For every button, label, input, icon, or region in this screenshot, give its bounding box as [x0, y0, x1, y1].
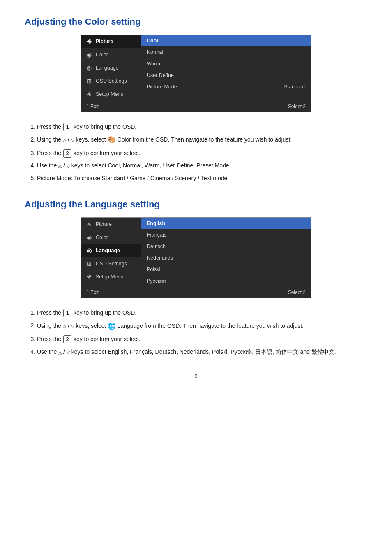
lang-osd-left-item: ◎Language — [81, 244, 141, 257]
color-osd-left-item: ✳Picture — [81, 35, 141, 48]
osd-option-label: Deutsch — [147, 244, 166, 249]
key-2b: 2 — [63, 335, 71, 343]
color-osd-right-item: Cool — [141, 35, 311, 46]
osd-menu-label: Picture — [96, 39, 113, 44]
osd-option-label: Français — [147, 232, 166, 238]
color-osd-left-item: ⊞OSD Settings — [81, 74, 141, 88]
language-instruction-1: Press the 1 key to bring up the OSD. — [37, 308, 367, 317]
color-osd-right-item: Picture ModeStandard — [141, 81, 311, 93]
osd-menu-label: Setup Menu — [96, 274, 123, 280]
color-osd-right-panel: CoolNormalWarmUser DefinePicture ModeSta… — [141, 35, 311, 101]
tri-down-icon3 — [71, 322, 74, 329]
color-osd-footer: 1:Exit Select:2 — [81, 101, 311, 112]
lang-osd-left-item: ◉Color — [81, 231, 141, 244]
lang-osd-right-item: English — [141, 218, 311, 229]
lang-osd-right-item: Deutsch — [141, 241, 311, 252]
color-section: Adjusting the Color setting ✳Picture◉Col… — [25, 16, 367, 183]
language-osd-footer-right: Select:2 — [288, 290, 306, 295]
color-osd-right-item: User Define — [141, 70, 311, 81]
tri-down-icon4 — [67, 348, 70, 355]
language-instruction-3: Press the 2 key to confirm your select. — [37, 334, 367, 343]
osd-menu-label: Picture — [96, 221, 112, 227]
osd-option-label: Nederlands — [147, 255, 173, 261]
osd-menu-label: OSD Settings — [96, 261, 127, 267]
color-osd-right-item: Warm — [141, 58, 311, 70]
color-osd-left-item: ◉Color — [81, 48, 141, 61]
language-section-title: Adjusting the Language setting — [25, 199, 367, 210]
osd-menu-icon: ◎ — [85, 247, 93, 254]
osd-option-label: Picture Mode — [147, 84, 177, 90]
osd-menu-icon: ◎ — [85, 64, 93, 72]
color-osd-footer-right: Select:2 — [288, 104, 306, 109]
language-osd-right-panel: EnglishFrançaisDeutschNederlandsPolskiРу… — [141, 218, 311, 287]
osd-menu-icon: ✳ — [85, 220, 93, 228]
lang-osd-left-item: ✳Picture — [81, 218, 141, 231]
lang-osd-right-item: Polski — [141, 264, 311, 275]
osd-menu-label: Color — [96, 234, 108, 240]
tri-up-icon3 — [63, 322, 66, 329]
color-icon: 🎨 — [108, 136, 116, 143]
language-osd-footer: 1:Exit Select:2 — [81, 287, 311, 298]
color-instruction-4: Use the / keys to select Cool, Normal, W… — [37, 161, 367, 170]
lang-osd-left-item: ❋Setup Menu — [81, 270, 141, 283]
language-osd-menu: ✳Picture◉Color◎Language⊞OSD Settings❋Set… — [81, 217, 311, 298]
osd-menu-label: OSD Settings — [96, 78, 127, 84]
osd-option-label: User Define — [147, 72, 174, 78]
osd-menu-label: Color — [96, 52, 108, 58]
language-section: Adjusting the Language setting ✳Picture◉… — [25, 199, 367, 356]
color-osd-left-panel: ✳Picture◉Color◎Language⊞OSD Settings❋Set… — [81, 35, 141, 101]
color-osd-menu: ✳Picture◉Color◎Language⊞OSD Settings❋Set… — [81, 35, 311, 112]
language-osd-footer-left: 1:Exit — [86, 290, 99, 295]
tri-down-icon2 — [67, 162, 70, 169]
key-1b: 1 — [63, 309, 71, 317]
tri-up-icon4 — [58, 348, 62, 355]
color-section-title: Adjusting the Color setting — [25, 16, 367, 27]
osd-option-label: Warm — [147, 61, 160, 67]
osd-option-label: Normal — [147, 49, 163, 55]
lang-osd-left-item: ⊞OSD Settings — [81, 257, 141, 270]
osd-option-value: Standard — [284, 84, 305, 90]
language-osd-left-panel: ✳Picture◉Color◎Language⊞OSD Settings❋Set… — [81, 218, 141, 287]
color-instruction-2: Using the / keys, select 🎨 Color from th… — [37, 135, 367, 145]
osd-menu-icon: ◉ — [85, 51, 93, 58]
osd-menu-label: Setup Menu — [96, 91, 123, 97]
language-instruction-4: Use the / keys to select English, França… — [37, 347, 367, 356]
color-osd-left-item: ◎Language — [81, 61, 141, 74]
lang-icon: 🌐 — [108, 323, 116, 330]
osd-menu-icon: ❋ — [85, 91, 93, 98]
osd-option-label: Cool — [147, 38, 158, 44]
language-instructions: Press the 1 key to bring up the OSD. Usi… — [25, 308, 367, 356]
language-instruction-2: Using the / keys, select 🌐 Language from… — [37, 321, 367, 332]
osd-menu-icon: ◉ — [85, 234, 93, 241]
key-2: 2 — [63, 149, 71, 158]
color-osd-left-item: ❋Setup Menu — [81, 88, 141, 101]
color-instruction-1: Press the 1 key to bring up the OSD. — [37, 122, 367, 131]
osd-option-label: English — [147, 220, 165, 226]
osd-menu-icon: ❋ — [85, 273, 93, 281]
color-osd-right-item: Normal — [141, 46, 311, 58]
key-1: 1 — [63, 123, 71, 131]
color-instructions: Press the 1 key to bring up the OSD. Usi… — [25, 122, 367, 183]
osd-menu-icon: ⊞ — [85, 77, 93, 85]
osd-menu-icon: ✳ — [85, 38, 93, 45]
color-instruction-3: Press the 2 key to confirm your select. — [37, 149, 367, 158]
tri-down-icon — [71, 136, 74, 143]
color-osd-footer-left: 1:Exit — [86, 104, 99, 109]
osd-menu-label: Language — [96, 248, 120, 253]
color-instruction-5: Picture Mode: To choose Standard / Game … — [37, 174, 367, 183]
lang-osd-right-item: Nederlands — [141, 252, 311, 264]
lang-osd-right-item: Русский — [141, 275, 311, 287]
osd-menu-label: Language — [96, 65, 119, 71]
tri-up-icon — [63, 136, 66, 143]
lang-osd-right-item: Français — [141, 229, 311, 241]
osd-menu-icon: ⊞ — [85, 260, 93, 267]
osd-option-label: Русский — [147, 278, 166, 284]
page-number: 9 — [25, 373, 367, 379]
osd-option-label: Polski — [147, 267, 160, 272]
tri-up-icon2 — [58, 162, 62, 169]
